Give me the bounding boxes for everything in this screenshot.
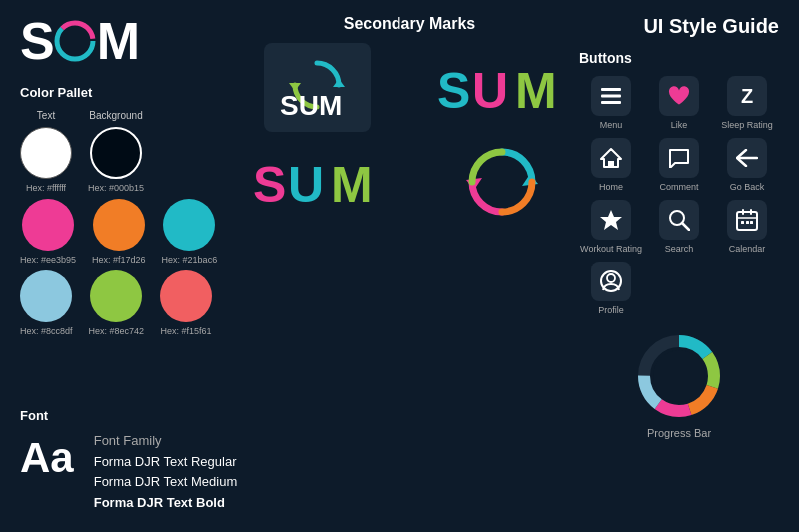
color-red-hex: Hex: #f15f61 <box>161 326 212 336</box>
home-icon <box>591 138 631 178</box>
btn-goback-label: Go Back <box>730 182 765 192</box>
font-variant-regular: Forma DJR Text Regular <box>94 452 238 473</box>
color-pallet-section: Color Pallet Text Hex: #ffffff Backgroun… <box>20 85 220 336</box>
svg-marker-2 <box>333 79 345 87</box>
btn-profile[interactable]: Profile <box>579 262 643 315</box>
ui-style-title: UI Style Guide <box>579 15 779 38</box>
font-variant-bold: Forma DJR Text Bold <box>94 493 238 514</box>
marks-grid: SUM S U M S U M <box>230 43 589 222</box>
sum-colorful-svg: S U M <box>437 58 567 118</box>
svg-text:U: U <box>472 63 508 118</box>
svg-rect-17 <box>608 161 614 167</box>
secondary-marks-title: Secondary Marks <box>230 15 589 33</box>
btn-search[interactable]: Search <box>647 200 711 254</box>
mark-4 <box>462 142 542 222</box>
logo-area: S M <box>20 15 220 67</box>
font-variant-medium: Forma DJR Text Medium <box>94 472 238 493</box>
right-panel: UI Style Guide Buttons Menu Like Z Sleep… <box>579 15 779 439</box>
btn-comment[interactable]: Comment <box>647 138 711 192</box>
mark-3: S U M <box>253 142 383 222</box>
btn-menu-label: Menu <box>600 120 623 130</box>
color-pink: Hex: #ee3b95 <box>20 199 76 265</box>
color-green-hex: Hex: #8ec742 <box>89 326 145 336</box>
btn-workout-label: Workout Rating <box>580 244 642 254</box>
color-text: Text Hex: #ffffff <box>20 110 72 193</box>
workout-icon <box>591 200 631 240</box>
color-bg-circle <box>90 127 142 179</box>
svg-rect-28 <box>750 221 753 224</box>
svg-point-37 <box>653 350 705 402</box>
mark-1: SUM <box>264 43 371 132</box>
color-green: Hex: #8ec742 <box>89 270 145 336</box>
color-orange: Hex: #f17d26 <box>92 199 146 265</box>
buttons-section-title: Buttons <box>579 50 779 66</box>
search-icon <box>659 200 699 240</box>
sum-dark-svg: SUM <box>280 55 355 120</box>
font-section-inner: Aa Font Family Forma DJR Text Regular Fo… <box>20 433 300 514</box>
progress-section: Progress Bar <box>579 331 779 439</box>
circular-arrows-svg <box>462 142 542 222</box>
font-info: Font Family Forma DJR Text Regular Forma… <box>94 433 238 514</box>
font-section: Font Aa Font Family Forma DJR Text Regul… <box>20 408 300 514</box>
btn-profile-label: Profile <box>598 305 624 315</box>
color-lightblue-circle <box>20 270 72 322</box>
svg-text:M: M <box>515 63 557 118</box>
sum-pink-svg: S U M <box>253 152 383 212</box>
btn-workout[interactable]: Workout Rating <box>579 200 643 254</box>
svg-rect-14 <box>601 95 621 98</box>
btn-like[interactable]: Like <box>647 76 711 130</box>
color-text-name: Text <box>37 110 55 121</box>
color-pallet-title: Color Pallet <box>20 85 220 100</box>
btn-home[interactable]: Home <box>579 138 643 192</box>
profile-icon <box>591 262 631 301</box>
progress-donut <box>634 331 724 421</box>
calendar-icon <box>727 200 767 240</box>
btn-search-label: Search <box>665 244 694 254</box>
sleep-icon: Z <box>727 76 767 116</box>
color-row-3: Hex: #8cc8df Hex: #8ec742 Hex: #f15f61 <box>20 270 220 336</box>
svg-text:SUM: SUM <box>280 90 342 120</box>
color-bg-hex: Hex: #000b15 <box>88 183 144 193</box>
svg-text:U: U <box>288 157 324 212</box>
menu-icon <box>591 76 631 116</box>
color-red-circle <box>160 270 212 322</box>
btn-calendar[interactable]: Calendar <box>715 200 779 254</box>
btn-goback[interactable]: Go Back <box>715 138 779 192</box>
color-pink-circle <box>22 199 74 251</box>
left-panel: S M Color Pallet Text Hex: #ffffff Backg… <box>20 15 220 342</box>
svg-text:S: S <box>253 157 286 212</box>
btn-calendar-label: Calendar <box>729 244 766 254</box>
font-family-label: Font Family <box>94 433 238 448</box>
btn-comment-label: Comment <box>659 182 698 192</box>
logo-circle-icon <box>53 19 97 63</box>
color-orange-circle <box>93 199 145 251</box>
color-lightblue-hex: Hex: #8cc8df <box>20 326 73 336</box>
btn-menu[interactable]: Menu <box>579 76 643 130</box>
color-bg-name: Background <box>89 110 142 121</box>
color-cyan-hex: Hex: #21bac6 <box>162 255 218 265</box>
color-row-2: Hex: #ee3b95 Hex: #f17d26 Hex: #21bac6 <box>20 199 220 265</box>
progress-bar-label: Progress Bar <box>647 427 711 439</box>
btn-sleep[interactable]: Z Sleep Rating <box>715 76 779 130</box>
color-red: Hex: #f15f61 <box>160 270 212 336</box>
mark-2: S U M <box>437 48 567 128</box>
font-section-title: Font <box>20 408 300 423</box>
comment-icon <box>659 138 699 178</box>
svg-rect-26 <box>741 221 744 224</box>
color-pink-hex: Hex: #ee3b95 <box>20 255 76 265</box>
svg-point-30 <box>607 274 615 282</box>
logo-s: S <box>20 15 53 67</box>
color-bg: Background Hex: #000b15 <box>88 110 144 193</box>
middle-panel: Secondary Marks SUM <box>230 15 589 222</box>
svg-text:S: S <box>437 63 470 118</box>
svg-text:M: M <box>331 157 373 212</box>
like-icon <box>659 76 699 116</box>
color-green-circle <box>90 270 142 322</box>
color-white-hex: Hex: #ffffff <box>26 183 66 193</box>
goback-icon <box>727 138 767 178</box>
svg-rect-15 <box>601 101 621 104</box>
color-white-circle <box>20 127 72 179</box>
logo-m: M <box>97 15 138 67</box>
svg-marker-19 <box>600 210 622 230</box>
buttons-grid: Menu Like Z Sleep Rating Home Comment <box>579 76 779 315</box>
